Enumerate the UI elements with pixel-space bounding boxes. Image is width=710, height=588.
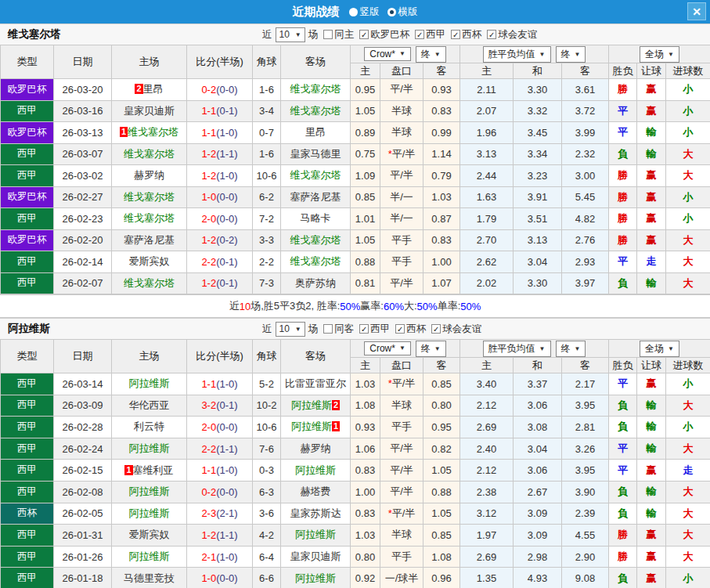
result-handicap-cell: 赢: [637, 373, 666, 395]
away-team-name: 皇家贝迪斯: [290, 550, 341, 562]
dropdown-arrow-icon: ▼: [295, 326, 301, 333]
away-team-name: 维戈塞尔塔: [290, 169, 341, 181]
recent-count-select[interactable]: 10▼: [276, 322, 305, 337]
team2-filter-controls: 近10▼场同客✓西甲✓西杯✓球会友谊: [262, 322, 481, 337]
away-team-cell: 阿拉维斯: [281, 460, 351, 482]
type-cell: 西甲: [1, 417, 54, 438]
away-team-cell: 奥萨苏纳: [281, 272, 351, 294]
away-team-name: 维戈塞尔塔: [290, 234, 341, 246]
checkbox-checked[interactable]: ✓: [395, 324, 405, 334]
corners-cell: 0-3: [253, 460, 281, 482]
fulltime-score: 1-0: [201, 572, 216, 584]
odds-source-dropdown[interactable]: Crow*▼: [364, 341, 411, 355]
away-team-cell: 马略卡: [281, 208, 351, 230]
away-team-cell: 皇家苏斯达: [281, 503, 351, 525]
red-card-badge: 1: [332, 421, 340, 431]
date-cell: 26-01-18: [54, 568, 112, 588]
match-row: 西甲26-03-09华伦西亚3-2(0-1)10-2阿拉维斯21.08半球0.8…: [1, 395, 710, 417]
checkbox-checked[interactable]: ✓: [415, 30, 424, 39]
type-cell: 西甲: [1, 395, 54, 417]
home-team-cell: 1维戈塞尔塔: [112, 122, 187, 144]
odds-home-cell: 0.88: [351, 251, 380, 273]
away-team-cell: 皇家马德里: [281, 143, 351, 165]
score-cell: 2-2(1-1): [187, 438, 253, 460]
odds-final-dropdown[interactable]: 终▼: [416, 341, 446, 357]
avg-away-cell: 2.81: [562, 417, 609, 438]
avg-away-cell: 2.17: [562, 373, 609, 395]
result-handicap-cell: 輸: [637, 481, 666, 503]
result-handicap-cell: 赢: [637, 568, 666, 588]
handicap-cell: 平手: [380, 229, 423, 251]
score-cell: 1-1(1-0): [187, 122, 253, 144]
date-cell: 26-02-27: [54, 186, 112, 208]
radio-horizontal-layout[interactable]: 横版: [387, 5, 418, 19]
match-row: 欧罗巴杯26-02-27维戈塞尔塔1-0(0-0)6-2塞萨洛尼基0.85半/一…: [1, 186, 710, 208]
league-label: 西甲: [370, 323, 390, 336]
checkbox-checked[interactable]: ✓: [359, 324, 369, 334]
scope-dropdown[interactable]: 全场▼: [640, 46, 679, 63]
match-row: 西甲26-03-02赫罗纳1-2(1-0)10-6维戈塞尔塔1.09平/半0.7…: [1, 165, 710, 187]
avg-draw-cell: 3.91: [514, 186, 562, 208]
summary-segment: 10: [240, 301, 250, 312]
away-team-name: 塞萨洛尼基: [290, 191, 341, 203]
radio-vertical-layout[interactable]: 竖版: [349, 5, 380, 19]
odds-final-dropdown[interactable]: 终▼: [416, 46, 446, 63]
dropdown-arrow-icon: ▼: [399, 345, 405, 352]
avg-final-dropdown[interactable]: 终▼: [556, 341, 586, 357]
team2-matches-table-wrap: 类型日期主场比分(半场)角球客场Crow*▼终▼胜平负均值▼终▼全场▼主盘口客主…: [0, 339, 710, 588]
date-cell: 26-02-20: [54, 229, 112, 251]
type-cell: 欧罗巴杯: [1, 186, 54, 208]
league-label: 欧罗巴杯: [370, 28, 409, 41]
odds-away-cell: 1.03: [423, 186, 460, 208]
dropdown-arrow-icon: ▼: [434, 51, 441, 58]
date-cell: 26-02-05: [54, 503, 112, 525]
halftime-score: (0-0): [216, 213, 237, 225]
scope-dropdown-label: 全场: [645, 48, 664, 61]
scope-dropdown[interactable]: 全场▼: [640, 341, 679, 357]
handicap-text: 平/半: [390, 83, 413, 95]
avg-source-dropdown-label: 胜平负均值: [488, 342, 535, 355]
scope-dropdown-group: 全场▼: [609, 45, 710, 63]
checkbox[interactable]: [323, 324, 333, 334]
handicap-cell: 平/半: [380, 272, 423, 294]
checkbox-checked[interactable]: ✓: [487, 30, 496, 39]
checkbox-checked[interactable]: ✓: [451, 30, 460, 39]
checkbox-checked[interactable]: ✓: [359, 30, 369, 39]
away-team-name: 维戈塞尔塔: [290, 255, 341, 267]
result-goals-cell: 小: [666, 186, 710, 208]
match-row: 西甲26-01-18马德里竞技1-0(0-0)6-6阿拉维斯0.92一/球半0.…: [1, 568, 710, 588]
league-label: 西杯: [406, 323, 426, 336]
type-cell: 西甲: [1, 460, 54, 482]
date-cell: 26-01-26: [54, 546, 112, 568]
checkbox[interactable]: [323, 30, 333, 39]
avg-source-dropdown[interactable]: 胜平负均值▼: [483, 341, 551, 357]
avg-draw-cell: 3.08: [514, 417, 562, 438]
away-team-cell: 阿拉维斯2: [281, 395, 351, 417]
away-team-name: 皇家马德里: [290, 148, 341, 160]
avg-home-cell: 2.12: [460, 395, 514, 417]
odds-away-cell: 0.85: [423, 373, 460, 395]
result-goals-cell: 大: [666, 481, 710, 503]
type-cell: 西杯: [1, 503, 54, 525]
away-team-cell: 维戈塞尔塔: [281, 79, 351, 101]
avg-source-dropdown[interactable]: 胜平负均值▼: [483, 46, 551, 63]
avg-home-cell: 2.44: [460, 165, 514, 187]
result-goals-cell: 大: [666, 229, 710, 251]
avg-away-cell: 3.90: [562, 481, 609, 503]
match-row: 西杯26-02-05阿拉维斯2-3(2-1)3-6皇家苏斯达0.83*平/半1.…: [1, 503, 710, 525]
result-wdl-cell: 平: [609, 100, 637, 122]
checkbox-checked[interactable]: ✓: [431, 324, 441, 334]
result-goals-cell: 大: [666, 395, 710, 417]
home-team-cell: 赫罗纳: [112, 165, 187, 187]
close-button[interactable]: ✕: [687, 2, 706, 20]
avg-final-dropdown[interactable]: 终▼: [556, 46, 586, 63]
result-wdl-cell: 勝: [609, 186, 637, 208]
corners-cell: 3-3: [253, 229, 281, 251]
home-team-cell: 2里昂: [112, 79, 187, 101]
odds-away-cell: 1.08: [423, 546, 460, 568]
result-wdl-cell: 負: [609, 503, 637, 525]
recent-count-select[interactable]: 10▼: [276, 27, 305, 42]
result-goals-cell: 小: [666, 568, 710, 588]
home-team-cell: 维戈塞尔塔: [112, 143, 187, 165]
odds-source-dropdown[interactable]: Crow*▼: [364, 47, 411, 61]
